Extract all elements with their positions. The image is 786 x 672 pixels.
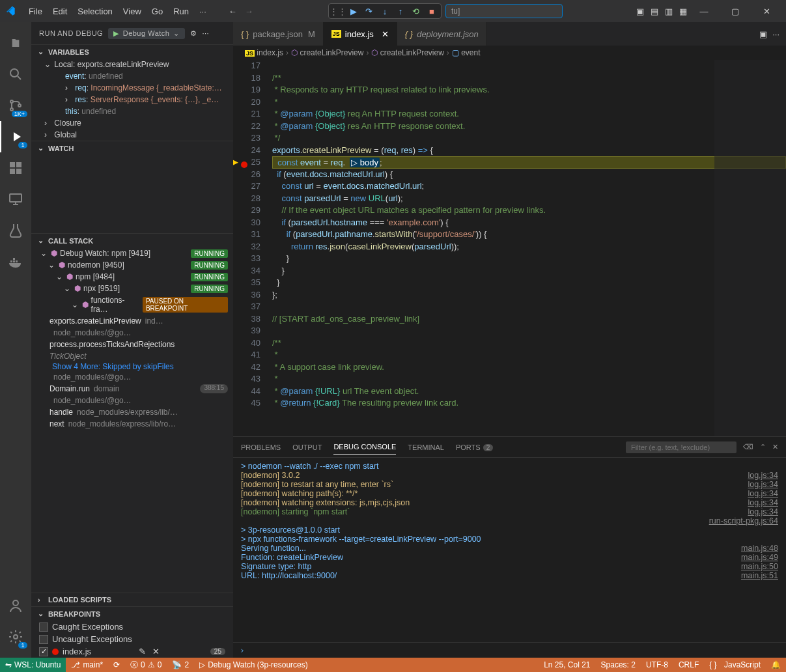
menu-go[interactable]: Go <box>147 4 168 19</box>
loaded-scripts-header[interactable]: ›LOADED SCRIPTS <box>31 593 233 606</box>
watch-header[interactable]: ⌄WATCH <box>31 141 233 155</box>
ports-status[interactable]: 📡2 <box>167 658 194 672</box>
step-over-icon[interactable]: ↷ <box>364 6 374 16</box>
stack-frame[interactable]: nextnode_modules/express/lib/ro… <box>31 418 233 430</box>
debug-status[interactable]: ▷Debug Watch (3p-resources) <box>194 658 313 672</box>
menu-view[interactable]: View <box>118 4 147 19</box>
git-branch[interactable]: ⎇main* <box>66 658 108 672</box>
console-source-link[interactable]: run-script-pkg.js:64 <box>709 516 778 525</box>
thread[interactable]: ⌄ ⬢ functions-fra…PAUSED ON BREAKPOINT <box>31 294 233 315</box>
var-event[interactable]: event: undefined <box>31 70 233 82</box>
debug-drag-handle-icon[interactable]: ⋮⋮ <box>333 6 343 16</box>
encoding[interactable]: UTF-8 <box>641 660 673 669</box>
panel-tab-problems[interactable]: PROBLEMS <box>241 440 281 455</box>
accounts-icon[interactable] <box>0 590 31 621</box>
collapse-panel-icon[interactable]: ⌃ <box>760 443 766 451</box>
start-debug-icon[interactable]: ▶ <box>113 29 119 38</box>
breadcrumb-item[interactable]: ⬡ createLinkPreview <box>371 48 443 57</box>
panel-tab-terminal[interactable]: TERMINAL <box>408 440 444 455</box>
console-source-link[interactable]: log.js:34 <box>748 507 778 516</box>
console-source-link[interactable]: main.js:50 <box>741 562 778 571</box>
checkbox[interactable] <box>39 635 48 644</box>
step-into-icon[interactable]: ↓ <box>380 6 390 16</box>
callstack-header[interactable]: ⌄CALL STACK <box>31 234 233 247</box>
sync-icon[interactable]: ⟳ <box>108 658 125 672</box>
close-window-button[interactable]: ✕ <box>752 1 781 21</box>
breakpoints-header[interactable]: ⌄BREAKPOINTS <box>31 607 233 621</box>
checkbox[interactable] <box>39 647 48 656</box>
console-source-link[interactable]: log.js:34 <box>748 471 778 480</box>
breakpoint-item[interactable]: Uncaught Exceptions <box>31 633 233 645</box>
indentation[interactable]: Spaces: 2 <box>596 660 641 669</box>
run-debug-icon[interactable]: 1 <box>0 121 31 152</box>
stack-frame[interactable]: node_modules/@go… <box>31 395 233 406</box>
debug-console-output[interactable]: > nodemon --watch ./ --exec npm start[no… <box>233 458 786 642</box>
breadcrumb[interactable]: JS index.js›⬡ createLinkPreview›⬡ create… <box>233 46 786 60</box>
breadcrumb-item[interactable]: ▢ event <box>452 48 481 57</box>
thread[interactable]: ⌄ ⬢ Debug Watch: npm [9419]RUNNING <box>31 247 233 259</box>
settings-gear-icon[interactable]: 1 <box>0 621 31 652</box>
scope-local[interactable]: ⌄ Local: exports.createLinkPreview <box>31 59 233 70</box>
toggle-secondary-sidebar-icon[interactable]: ▥ <box>662 5 675 18</box>
tab-package.json[interactable]: { }package.jsonM <box>233 22 324 46</box>
language-mode[interactable]: { } JavaScript <box>704 660 766 669</box>
debug-config-selector[interactable]: ▶ Debug Watch ⌄ <box>108 28 185 39</box>
breadcrumb-item[interactable]: ⬡ createLinkPreview <box>291 48 363 57</box>
console-source-link[interactable]: log.js:34 <box>748 480 778 489</box>
stack-frame[interactable]: TickObject <box>31 350 233 362</box>
debug-more-icon[interactable]: ··· <box>202 29 209 37</box>
menu-file[interactable]: File <box>23 4 48 19</box>
minimap[interactable] <box>714 60 786 436</box>
continue-icon[interactable]: ▶ <box>348 6 359 16</box>
menu-···[interactable]: ··· <box>194 4 212 19</box>
scope-global[interactable]: › Global <box>31 129 233 141</box>
toggle-panel-icon[interactable]: ▤ <box>648 5 661 18</box>
source-control-icon[interactable]: 1K+ <box>0 90 31 121</box>
stack-frame[interactable]: node_modules/@go… <box>31 371 233 383</box>
remote-indicator[interactable]: ⇋ WSL: Ubuntu <box>0 658 66 672</box>
console-filter-input[interactable] <box>626 441 737 453</box>
console-source-link[interactable]: main.js:51 <box>741 571 778 580</box>
console-source-link[interactable]: main.js:48 <box>741 544 778 553</box>
close-tab-icon[interactable]: ✕ <box>382 29 389 39</box>
clear-console-icon[interactable]: ⌫ <box>743 443 753 451</box>
show-more-frames[interactable]: Show 4 More: Skipped by skipFiles <box>31 362 233 371</box>
notifications-icon[interactable]: 🔔 <box>766 660 786 669</box>
search-icon[interactable] <box>0 59 31 90</box>
menu-selection[interactable]: Selection <box>72 4 117 19</box>
thread[interactable]: ⌄ ⬢ nodemon [9450]RUNNING <box>31 259 233 271</box>
eol[interactable]: CRLF <box>673 660 704 669</box>
stack-frame[interactable]: handlenode_modules/express/lib/… <box>31 406 233 418</box>
breakpoint-item[interactable]: index.js✎✕25 <box>31 645 233 658</box>
stack-frame[interactable]: exports.createLinkPreviewind… <box>31 315 233 327</box>
problems-status[interactable]: ⓧ0 ⚠0 <box>125 658 167 672</box>
panel-tab-output[interactable]: OUTPUT <box>292 440 322 455</box>
maximize-button[interactable]: ▢ <box>721 1 750 21</box>
breadcrumb-item[interactable]: JS index.js <box>245 48 283 57</box>
console-source-link[interactable]: main.js:49 <box>741 553 778 562</box>
thread[interactable]: ⌄ ⬢ npm [9484]RUNNING <box>31 271 233 283</box>
debug-settings-icon[interactable]: ⚙ <box>190 29 197 38</box>
stack-frame[interactable]: Domain.rundomain388:15 <box>31 383 233 395</box>
var-req[interactable]: › req: IncomingMessage {_readableState:… <box>31 82 233 94</box>
close-icon[interactable]: ✕ <box>152 647 160 656</box>
debug-console-input[interactable]: › <box>233 642 786 658</box>
explorer-icon[interactable] <box>0 27 31 59</box>
code-editor[interactable]: 1718192021222324▶25262728293031323334353… <box>233 60 786 436</box>
command-center[interactable]: tu] <box>445 4 563 18</box>
console-source-link[interactable]: log.js:34 <box>748 498 778 507</box>
remote-explorer-icon[interactable] <box>0 184 31 215</box>
tab-index.js[interactable]: JSindex.js✕ <box>324 22 397 46</box>
testing-icon[interactable] <box>0 215 31 246</box>
checkbox[interactable] <box>39 623 48 632</box>
tab-deployment.json[interactable]: { }deployment.json <box>397 22 487 46</box>
customize-layout-icon[interactable]: ▦ <box>677 5 690 18</box>
edit-icon[interactable]: ✎ <box>139 647 146 656</box>
docker-icon[interactable] <box>0 246 31 277</box>
restart-icon[interactable]: ⟲ <box>411 6 421 16</box>
more-actions-icon[interactable]: ··· <box>772 29 779 39</box>
nav-back-icon[interactable]: ← <box>225 7 241 16</box>
var-res[interactable]: › res: ServerResponse {_events: {…}, _e… <box>31 94 233 105</box>
console-source-link[interactable]: log.js:34 <box>748 489 778 498</box>
variables-header[interactable]: ⌄VARIABLES <box>31 45 233 59</box>
